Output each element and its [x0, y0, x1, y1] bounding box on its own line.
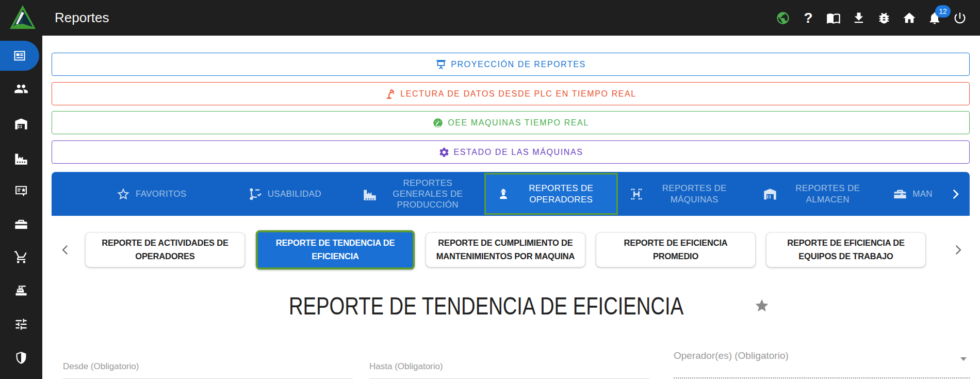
shopping-cart-icon [14, 250, 28, 264]
tab-reportes-de-almacen[interactable]: REPORTES DE ALMACEN [751, 172, 884, 216]
sidebar-item-cash-register[interactable] [0, 276, 42, 306]
toolbox-icon [893, 187, 907, 201]
report-tab-label: REPORTE DE TENDENCIA DE EFICIENCIA [265, 236, 405, 263]
tab-usabilidad[interactable]: USABILIDAD [218, 172, 351, 216]
sidebar-item-warehouse[interactable] [0, 109, 42, 139]
robot-arm-icon [385, 88, 396, 100]
sidebar-item-production[interactable] [0, 144, 42, 173]
tune-sliders-icon [14, 317, 28, 331]
notification-badge: 12 [935, 5, 951, 18]
report-news-icon [12, 49, 27, 63]
report-tab-label: REPORTE DE EFICIENCIA DE EQUIPOS DE TRAB… [774, 236, 918, 263]
sidebar-item-adjustments[interactable] [0, 309, 42, 339]
bug-report-icon[interactable] [876, 10, 892, 26]
report-tab-eficiencia-promedio[interactable]: REPORTE DE EFICIENCIA PROMEDIO [596, 233, 755, 267]
banner-label: OEE MAQUINAS TIEMPO REAL [448, 118, 589, 128]
users-icon [14, 82, 28, 96]
topbar: Reportes ? 12 [0, 0, 980, 36]
logo-triangle-icon [8, 3, 37, 32]
tab-label: REPORTES DE OPERADORES [516, 183, 607, 205]
banner-label: ESTADO DE LAS MÁQUINAS [454, 148, 583, 157]
operators-select-placeholder: Operador(es) (Obligatorio) [674, 350, 789, 361]
favorite-star-icon[interactable] [754, 298, 770, 313]
report-tab-eficiencia-equipos[interactable]: REPORTE DE EFICIENCIA DE EQUIPOS DE TRAB… [766, 233, 925, 267]
sidebar-item-certificates[interactable] [0, 176, 42, 206]
app-logo[interactable] [8, 3, 37, 32]
star-outline-icon [116, 187, 130, 201]
notifications-bell-icon[interactable]: 12 [927, 10, 942, 26]
tab-favoritos[interactable]: FAVORITOS [85, 172, 218, 216]
briefcase-icon [14, 217, 28, 232]
tab-label: REPORTES DE ALMACEN [782, 183, 873, 205]
select-caret-icon [960, 357, 967, 361]
sidebar-item-reports[interactable] [0, 41, 39, 71]
operators-select-field[interactable]: Operador(es) (Obligatorio) [674, 349, 970, 379]
tab-reportes-generales-produccion[interactable]: REPORTES GENERALES DE PRODUCCIÓN [351, 172, 484, 216]
certificate-icon [14, 184, 28, 198]
tab-label: REPORTES DE MÁQUINAS [649, 183, 740, 205]
report-tabs-row: REPORTE DE ACTIVIDADES DE OPERADORES REP… [52, 227, 970, 273]
report-tab-label: REPORTE DE CUMPLIMIENTO DE MANTENIMIENTO… [433, 236, 578, 263]
field-underline [674, 377, 970, 378]
chevron-left-icon [59, 243, 72, 257]
gear-icon [438, 147, 450, 158]
tab-reportes-de-operadores[interactable]: REPORTES DE OPERADORES [484, 173, 618, 215]
banner-label: PROYECCIÓN DE REPORTES [451, 60, 586, 69]
topbar-actions: ? 12 [775, 0, 968, 36]
report-title-row: REPORTE DE TENDENCIA DE EFICIENCIA [42, 291, 960, 320]
banner-label: LECTURA DE DATOS DESDE PLC EN TIEMPO REA… [400, 89, 636, 99]
factory-icon [363, 187, 377, 201]
chevron-right-icon [951, 243, 965, 257]
banner-oee-maquinas[interactable]: OEE MAQUINAS TIEMPO REAL [52, 111, 970, 134]
app-window: Reportes ? 12 [0, 0, 980, 379]
cash-register-icon [14, 283, 28, 298]
projector-screen-icon [435, 59, 447, 70]
banner-lectura-plc[interactable]: LECTURA DE DATOS DESDE PLC EN TIEMPO REA… [52, 82, 970, 105]
page-title: Reportes [55, 0, 109, 36]
report-title: REPORTE DE TENDENCIA DE EFICIENCIA [289, 291, 683, 320]
machine-icon [629, 187, 644, 201]
banner-proyeccion-reportes[interactable]: PROYECCIÓN DE REPORTES [52, 53, 970, 76]
usability-path-icon [248, 187, 263, 201]
factory-icon [14, 151, 28, 166]
language-globe-icon[interactable] [775, 10, 791, 26]
report-category-tabbar: FAVORITOS USABILIDAD REPORTES GENERALES … [52, 172, 970, 216]
help-icon[interactable]: ? [801, 10, 816, 26]
gauge-icon [432, 117, 444, 129]
warehouse-icon [14, 117, 28, 131]
main-content: PROYECCIÓN DE REPORTES LECTURA DE DATOS … [42, 36, 980, 379]
sidebar-item-users[interactable] [0, 74, 42, 104]
tab-label: FAVORITOS [136, 188, 186, 199]
sidebar-item-shopping-cart[interactable] [0, 242, 42, 272]
report-tab-label: REPORTE DE ACTIVIDADES DE OPERADORES [93, 236, 237, 263]
report-tab-actividades-operadores[interactable]: REPORTE DE ACTIVIDADES DE OPERADORES [86, 233, 244, 267]
chevron-right-icon [949, 187, 962, 201]
tab-reportes-de-maquinas[interactable]: REPORTES DE MÁQUINAS [618, 172, 751, 216]
date-from-field[interactable]: Desde (Obligatorio) [63, 355, 353, 379]
date-to-placeholder: Hasta (Obligatorio) [369, 361, 443, 372]
sidebar [0, 36, 42, 379]
date-to-field[interactable]: Hasta (Obligatorio) [369, 355, 649, 379]
report-tabs-scroll-right[interactable] [949, 240, 967, 260]
banner-estado-maquinas[interactable]: ESTADO DE LAS MÁQUINAS [52, 140, 970, 164]
power-icon[interactable] [952, 10, 968, 26]
report-tab-cumplimiento-mantenimientos[interactable]: REPORTE DE CUMPLIMIENTO DE MANTENIMIENTO… [426, 233, 585, 267]
tab-label: REPORTES GENERALES DE PRODUCCIÓN [382, 178, 473, 211]
tabbar-scroll-right[interactable] [941, 172, 970, 216]
tab-mantenimiento-truncated[interactable]: MAN [885, 172, 941, 216]
sidebar-item-security[interactable] [0, 343, 42, 373]
report-tab-tendencia-eficiencia[interactable]: REPORTE DE TENDENCIA DE EFICIENCIA [256, 230, 415, 270]
tab-label: MAN [912, 188, 933, 199]
shield-icon [14, 351, 28, 365]
manual-book-icon[interactable] [826, 10, 841, 26]
warehouse-icon [763, 187, 777, 201]
date-from-placeholder: Desde (Obligatorio) [63, 361, 139, 372]
download-icon[interactable] [851, 10, 867, 26]
report-tab-label: REPORTE DE EFICIENCIA PROMEDIO [603, 236, 748, 263]
report-tabs-scroll-left[interactable] [57, 240, 74, 260]
home-icon[interactable] [902, 10, 917, 26]
tab-label: USABILIDAD [268, 188, 321, 199]
sidebar-item-briefcase[interactable] [0, 210, 42, 240]
operator-icon [496, 187, 511, 201]
